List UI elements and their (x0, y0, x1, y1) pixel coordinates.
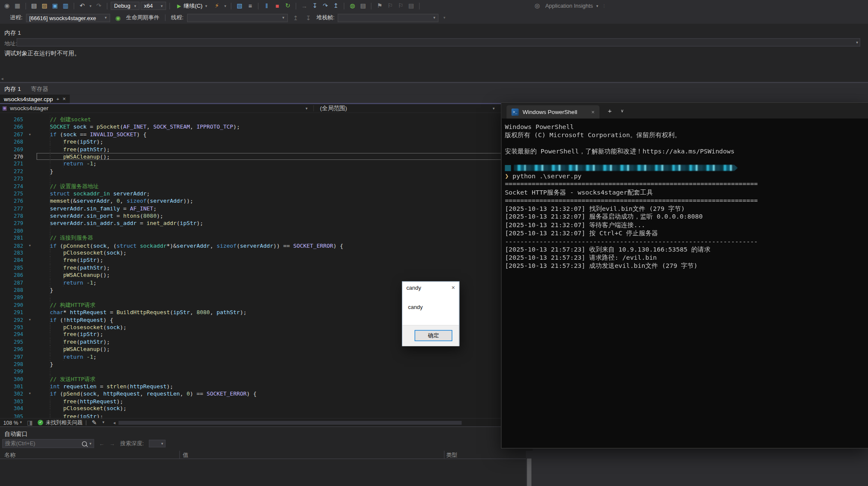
breadcrumb-type-dropdown[interactable]: wsocks4stager (10, 105, 48, 111)
toolbar-separator (296, 3, 296, 9)
toolbar-separator (169, 3, 170, 9)
toolbar-separator (107, 3, 107, 9)
pin-icon[interactable]: + (56, 96, 59, 102)
desktop: ◉▦▤▨▣▥↶▾↷ Debug ▾ x64 ▾ ▶ 继续(C) ▾ ⚡▾▧≡‖■… (0, 0, 868, 486)
window-layout-icon[interactable]: ▦ (13, 2, 22, 9)
column-header-name[interactable]: 名称 (4, 451, 15, 459)
tab-memory-1[interactable]: 内存 1 (4, 85, 21, 93)
line-number: 298 (0, 360, 23, 368)
restart-icon[interactable]: ↻ (283, 2, 293, 9)
zoom-control[interactable]: 108 % ▾ (3, 420, 22, 426)
stop-icon[interactable]: ■ (272, 3, 282, 9)
stack-frame-up-icon[interactable]: ↥ (291, 14, 300, 21)
undo-icon[interactable]: ↶ (78, 2, 87, 9)
application-insights-dropdown[interactable]: ◎ Application Insights ▾ ⋮ (533, 0, 607, 12)
hot-path-icon[interactable]: ◍ (348, 2, 357, 9)
ok-button[interactable]: 确定 (415, 330, 452, 341)
line-number: 293 (0, 323, 23, 330)
line-number: 274 (0, 183, 23, 190)
visual-studio-window: ◉▦▤▨▣▥↶▾↷ Debug ▾ x64 ▾ ▶ 继续(C) ▾ ⚡▾▧≡‖■… (0, 0, 868, 486)
pause-icon[interactable]: ‖ (262, 3, 272, 9)
show-next-statement-icon[interactable]: → (299, 3, 309, 9)
column-divider[interactable] (444, 451, 444, 459)
toolbar-debug-location: 进程: [66616] wsocks4stager.exe ▾ ◉ 生命周期事件… (0, 12, 868, 24)
undo-dropdown-icon[interactable]: ▾ (88, 3, 93, 8)
horizontal-scrollbar-thumb[interactable] (119, 420, 462, 424)
search-prev-icon[interactable]: ← (99, 441, 105, 447)
tab-registers[interactable]: 寄存器 (31, 85, 48, 93)
solution-config-dropdown[interactable]: Debug ▾ (111, 2, 139, 10)
column-header-value[interactable]: 值 (183, 451, 188, 459)
column-divider[interactable] (180, 451, 180, 459)
tab-close-icon[interactable]: × (591, 109, 595, 115)
dialog-title-bar[interactable]: candy × (402, 282, 459, 293)
step-over-icon[interactable]: ↷ (321, 2, 330, 9)
fold-collapse-icon[interactable]: ▾ (23, 131, 36, 138)
redacted-prompt-path (505, 164, 868, 172)
powershell-icon: >_ (512, 108, 519, 116)
fold-collapse-icon[interactable]: ▾ (23, 242, 36, 249)
memory-address-input[interactable]: ▾ (17, 38, 860, 46)
breadcrumb-divider (313, 105, 314, 111)
search-next-icon[interactable]: → (110, 441, 115, 447)
step-into-icon[interactable]: ↧ (310, 2, 320, 9)
fold-collapse-icon[interactable]: ▾ (23, 316, 36, 323)
line-number: 302 (0, 390, 23, 397)
chevron-down-icon[interactable]: ▾ (305, 106, 308, 111)
terminal-line: [2025-10-13 21:57:23] 成功发送evil.bin文件 (27… (505, 262, 868, 270)
column-header-type[interactable]: 类型 (446, 451, 457, 459)
bookmark-list-icon[interactable]: ▤ (407, 2, 416, 9)
vertical-scrollbar[interactable] (526, 451, 533, 486)
hot-reload-dropdown-icon[interactable]: ▾ (223, 3, 228, 8)
tab-dropdown-icon[interactable]: ∨ (620, 108, 624, 114)
thread-dropdown[interactable]: ▾ (187, 14, 287, 22)
bookmark-icon[interactable]: ⚑ (375, 2, 384, 9)
memory-layout-icon[interactable]: ▤ (358, 2, 368, 9)
stackframe-dropdown[interactable]: ▾ (338, 14, 439, 22)
save-all-icon[interactable]: ▥ (61, 2, 70, 9)
chevron-down-icon[interactable]: ▾ (493, 106, 495, 111)
fold-margin (23, 294, 36, 301)
vertical-scrollbar-thumb[interactable] (527, 459, 531, 486)
back-icon[interactable]: ◉ (2, 2, 12, 9)
step-out-icon[interactable]: ↥ (331, 2, 341, 9)
stack-frame-down-icon[interactable]: ↧ (304, 14, 313, 21)
lifecycle-events-button[interactable]: 生命周期事件 (126, 14, 159, 21)
chevron-down-icon: ▾ (433, 15, 435, 20)
terminal-line: ========================================… (505, 180, 868, 188)
chevron-down-icon: ▾ (134, 3, 136, 8)
toolbar-overflow-icon[interactable]: ▾ (442, 15, 447, 20)
dialog-close-icon[interactable]: × (452, 284, 455, 291)
code-suggestions-icon[interactable]: ✎ (90, 419, 99, 426)
new-tab-icon[interactable]: + (608, 107, 612, 114)
terminal-output[interactable]: Windows PowerShell版权所有 (C) Microsoft Cor… (502, 119, 868, 270)
output-list-icon[interactable]: ≡ (245, 3, 255, 9)
bookmark-prev-icon[interactable]: ⚐ (386, 2, 395, 9)
hot-reload-icon[interactable]: ⚡ (212, 2, 221, 9)
fold-margin (23, 160, 36, 168)
fold-margin (23, 353, 36, 360)
close-icon[interactable]: × (63, 96, 66, 102)
bookmark-next-icon[interactable]: ⚐ (396, 2, 405, 9)
terminal-tab-powershell[interactable]: >_ Windows PowerShell × (506, 105, 599, 118)
save-icon[interactable]: ▣ (51, 2, 60, 9)
breadcrumb-member-dropdown[interactable]: (全局范围) (320, 105, 347, 112)
pane-toggle-icon[interactable]: ◨ (25, 419, 35, 426)
new-file-icon[interactable]: ▤ (29, 2, 39, 9)
diagnostics-icon[interactable]: ▧ (235, 2, 244, 9)
platform-dropdown[interactable]: x64 ▾ (141, 2, 166, 10)
document-health-indicator[interactable]: ✓ 未找到相关问题 (38, 419, 82, 426)
tab-wsocks4stager-cpp[interactable]: wsocks4stager.cpp + × (0, 95, 70, 103)
redo-icon[interactable]: ↷ (94, 2, 104, 9)
line-number: 299 (0, 368, 23, 375)
more-options-icon[interactable]: ⋮ (602, 3, 607, 8)
open-folder-icon[interactable]: ▨ (40, 2, 49, 9)
line-number: 266 (0, 123, 23, 130)
fold-collapse-icon[interactable]: ▾ (23, 390, 36, 397)
hscroll-left-icon[interactable]: ◂ (113, 420, 115, 425)
continue-button[interactable]: ▶ 继续(C) ▾ (173, 2, 211, 10)
search-depth-dropdown[interactable]: ▾ (149, 440, 165, 447)
process-dropdown[interactable]: [66616] wsocks4stager.exe ▾ (26, 14, 110, 22)
scroll-left-icon[interactable]: ◂ (1, 76, 3, 81)
search-input[interactable]: 搜索(Ctrl+E) ▾ (2, 439, 94, 448)
